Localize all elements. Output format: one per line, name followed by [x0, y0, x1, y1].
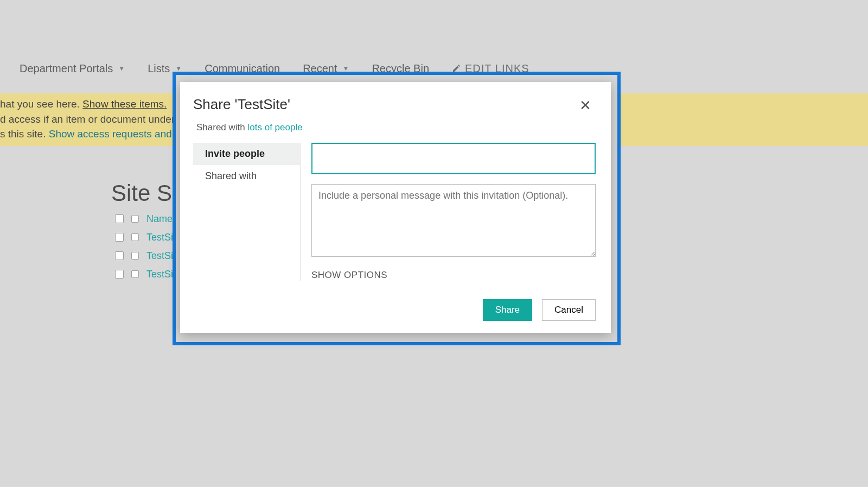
dialog-tabs: Invite people Shared with: [193, 143, 301, 281]
shared-with-prefix: Shared with: [196, 122, 248, 132]
share-button[interactable]: Share: [483, 299, 532, 321]
share-dialog: Share 'TestSite' ✕ Shared with lots of p…: [180, 82, 611, 333]
close-icon: ✕: [579, 97, 591, 114]
dialog-title: Share 'TestSite': [193, 96, 290, 113]
lots-of-people-link[interactable]: lots of people: [248, 122, 303, 132]
close-button[interactable]: ✕: [576, 96, 595, 115]
message-input[interactable]: [311, 184, 596, 257]
show-options-toggle[interactable]: SHOW OPTIONS: [311, 270, 596, 281]
tab-shared-with[interactable]: Shared with: [193, 165, 300, 187]
cancel-button[interactable]: Cancel: [542, 299, 596, 321]
shared-with-summary: Shared with lots of people: [180, 120, 611, 143]
people-picker-input[interactable]: [311, 143, 596, 174]
tab-invite-people[interactable]: Invite people: [193, 143, 300, 165]
